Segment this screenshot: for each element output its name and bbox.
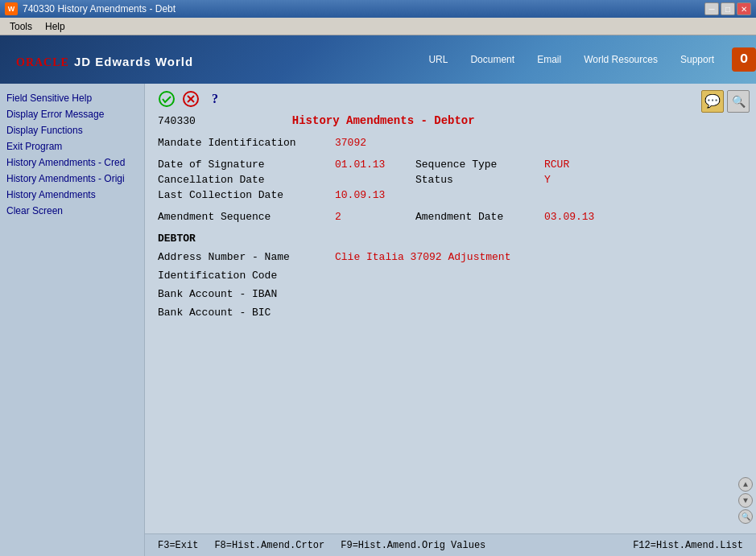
status-value: Y (544, 174, 551, 186)
oracle-logo: ORACLEJD Edwards World (10, 47, 193, 72)
date-signature-value: 01.01.13 (335, 159, 399, 171)
cancellation-date-group: Cancellation Date (158, 174, 399, 186)
toolbar-right: 💬 🔍 (701, 90, 750, 113)
scroll-buttons: ▲ ▼ 🔍 (738, 477, 753, 524)
mandate-id-value: 37092 (335, 137, 366, 149)
cancellation-date-label: Cancellation Date (158, 174, 335, 186)
bank-iban-label: Bank Account - IBAN (158, 288, 335, 300)
amendment-date-label: Amendment Date (415, 211, 544, 223)
amendment-seq-group: Amendment Sequence 2 (158, 211, 399, 223)
app-icon: W (5, 2, 18, 15)
status-label: Status (415, 174, 544, 186)
menu-help[interactable]: Help (39, 19, 72, 34)
sequence-type-group: Sequence Type RCUR (415, 159, 569, 171)
close-button[interactable]: ✕ (737, 2, 751, 15)
scroll-search-button[interactable]: 🔍 (738, 509, 753, 524)
sidebar-item-display-error-message[interactable]: Display Error Message (0, 106, 144, 122)
sidebar-item-field-sensitive-help[interactable]: Field Sensitive Help (0, 90, 144, 106)
amendment-date-group: Amendment Date 03.09.13 (415, 211, 594, 223)
nav-world-resources[interactable]: World Resources (572, 35, 669, 84)
debtor-section-header: DEBTOR (158, 233, 743, 245)
mandate-id-row: Mandate Identification 37092 (158, 137, 743, 149)
sidebar-item-display-functions[interactable]: Display Functions (0, 122, 144, 138)
f9-key[interactable]: F9=Hist.Amend.Orig Values (341, 540, 485, 551)
sequence-type-label: Sequence Type (415, 159, 544, 171)
last-collection-row: Last Collection Date 10.09.13 (158, 189, 743, 201)
last-collection-value: 10.09.13 (335, 189, 385, 201)
message-icon-button[interactable]: 💬 (701, 90, 724, 113)
help-button[interactable]: ? (206, 90, 224, 108)
form-title-row: 740330 History Amendments - Debtor (158, 114, 743, 127)
sidebar-item-clear-screen[interactable]: Clear Screen (0, 203, 144, 219)
svg-point-0 (159, 92, 174, 106)
oracle-header-icon: O (732, 47, 756, 72)
identification-code-row: Identification Code (158, 270, 743, 282)
address-number-value: Clie Italia 37092 Adjustment (335, 251, 510, 263)
date-signature-group: Date of Signature 01.01.13 (158, 159, 399, 171)
amendment-row: Amendment Sequence 2 Amendment Date 03.0… (158, 211, 743, 223)
main-area: Field Sensitive Help Display Error Messa… (0, 84, 756, 556)
cancellation-status-row: Cancellation Date Status Y (158, 174, 743, 186)
sequence-type-value: RCUR (544, 159, 569, 171)
toolbar: ? 💬 🔍 (158, 90, 743, 108)
date-signature-label: Date of Signature (158, 159, 335, 171)
content-area: ? 💬 🔍 740330 History Amendments - Debtor… (145, 84, 756, 556)
ok-button[interactable] (158, 90, 176, 108)
search-icon-button[interactable]: 🔍 (727, 90, 750, 113)
f8-key[interactable]: F8=Hist.Amend.Crtor (214, 540, 324, 551)
menu-bar: Tools Help (0, 18, 756, 35)
bank-bic-label: Bank Account - BIC (158, 307, 335, 319)
cancel-button[interactable] (182, 90, 200, 108)
window-title: 740330 History Amendments - Debt (23, 3, 176, 14)
bank-iban-row: Bank Account - IBAN (158, 288, 743, 300)
oracle-header: ORACLEJD Edwards World URL Document Emai… (0, 35, 756, 84)
nav-document[interactable]: Document (459, 35, 526, 84)
date-sequence-row: Date of Signature 01.01.13 Sequence Type… (158, 159, 743, 171)
title-bar: W 740330 History Amendments - Debt ─ □ ✕ (0, 0, 756, 18)
nav-email[interactable]: Email (526, 35, 572, 84)
bank-bic-row: Bank Account - BIC (158, 307, 743, 319)
minimize-button[interactable]: ─ (704, 2, 719, 15)
sidebar-item-history-amendments[interactable]: History Amendments (0, 187, 144, 203)
sidebar: Field Sensitive Help Display Error Messa… (0, 84, 145, 556)
header-nav: URL Document Email World Resources Suppo… (417, 35, 756, 84)
scroll-down-button[interactable]: ▼ (738, 493, 753, 508)
amendment-date-value: 03.09.13 (544, 211, 594, 223)
sidebar-item-exit-program[interactable]: Exit Program (0, 138, 144, 154)
oracle-text: ORACLE (16, 56, 69, 68)
address-number-label: Address Number - Name (158, 251, 335, 263)
f3-key[interactable]: F3=Exit (158, 540, 198, 551)
status-group: Status Y (415, 174, 551, 186)
jde-text: JD Edwards World (74, 55, 193, 68)
amendment-seq-value: 2 (335, 211, 399, 223)
form-title: History Amendments - Debtor (292, 114, 475, 127)
sidebar-item-history-amendments-origi[interactable]: History Amendments - Origi (0, 171, 144, 187)
sidebar-item-history-amendments-cred[interactable]: History Amendments - Cred (0, 154, 144, 171)
scroll-up-button[interactable]: ▲ (738, 477, 753, 492)
function-keys-bar: F3=Exit F8=Hist.Amend.Crtor F9=Hist.Amen… (145, 533, 756, 556)
nav-url[interactable]: URL (417, 35, 459, 84)
mandate-id-label: Mandate Identification (158, 137, 335, 149)
identification-code-label: Identification Code (158, 270, 335, 282)
f12-key[interactable]: F12=Hist.Amend.List (633, 540, 743, 551)
last-collection-label: Last Collection Date (158, 189, 335, 201)
nav-support[interactable]: Support (669, 35, 725, 84)
menu-tools[interactable]: Tools (3, 19, 39, 34)
amendment-seq-label: Amendment Sequence (158, 211, 335, 223)
maximize-button[interactable]: □ (721, 2, 735, 15)
program-id: 740330 (158, 115, 196, 127)
address-number-row: Address Number - Name Clie Italia 37092 … (158, 251, 743, 263)
